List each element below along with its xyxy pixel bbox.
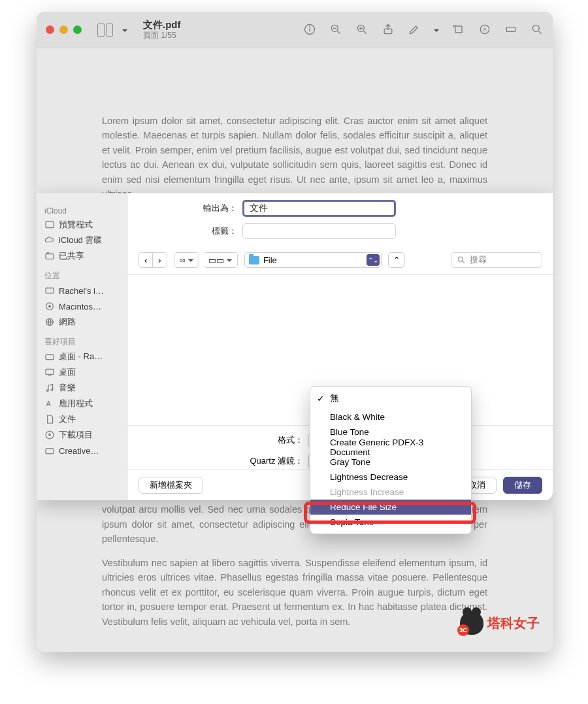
menu-item-reduce[interactable]: Reduce File Size: [310, 500, 471, 515]
svg-rect-18: [46, 254, 54, 259]
close-icon[interactable]: [46, 25, 54, 34]
menu-item-light-inc[interactable]: Lightness Increase: [310, 485, 471, 500]
tags-input[interactable]: [242, 223, 396, 239]
view-group-button[interactable]: ▭▭: [203, 252, 238, 268]
watermark-avatar-icon: 3C: [460, 611, 483, 635]
export-sheet: iCloud 預覽程式 iCloud 雲碟 已共享 位置 Rachel's i……: [37, 193, 553, 500]
sidebar-item-documents[interactable]: 文件: [41, 411, 124, 427]
svg-point-30: [458, 257, 463, 261]
folder-icon: [249, 256, 259, 264]
search-field[interactable]: 搜尋: [451, 252, 542, 268]
annotate-icon[interactable]: A: [478, 23, 491, 36]
zoom-out-icon[interactable]: [329, 23, 342, 36]
sidebar-item-music[interactable]: 音樂: [41, 380, 124, 396]
page-indicator: 頁面 1/55: [143, 31, 181, 40]
svg-rect-11: [455, 26, 462, 33]
search-icon[interactable]: [531, 23, 544, 36]
sidebar-item-macintosh[interactable]: Macintos…: [41, 298, 124, 314]
search-icon: [457, 255, 466, 264]
svg-rect-19: [46, 288, 54, 293]
svg-point-15: [532, 25, 539, 31]
svg-rect-23: [46, 355, 54, 360]
format-label: 格式：: [139, 434, 308, 446]
rotate-icon[interactable]: [452, 23, 465, 36]
location-popup[interactable]: File ⌃⌄: [244, 252, 382, 268]
sidebar-section-favorites: 喜好項目: [41, 334, 124, 349]
collapse-button[interactable]: ⌃: [388, 252, 405, 268]
app-window: 文件.pdf 頁面 1/55 A Lorem ipsum dolor sit a…: [37, 12, 553, 652]
minimize-icon[interactable]: [59, 25, 68, 34]
svg-point-26: [51, 389, 53, 391]
save-sidebar: iCloud 預覽程式 iCloud 雲碟 已共享 位置 Rachel's i……: [37, 193, 128, 500]
titlebar: 文件.pdf 頁面 1/55 A: [37, 12, 553, 48]
view-icons-button[interactable]: ▫▫: [174, 252, 199, 268]
sidebar-item-creative[interactable]: Creative…: [41, 443, 124, 458]
svg-text:A: A: [46, 400, 52, 408]
watermark: 3C 塔科女子: [460, 611, 540, 635]
tags-label: 標籤：: [128, 225, 242, 237]
location-toolbar: ‹ › ▫▫ ▭▭ File ⌃⌄ ⌃ 搜尋: [128, 246, 553, 275]
save-button[interactable]: 儲存: [503, 477, 542, 494]
menu-item-none[interactable]: ✓無: [310, 391, 471, 406]
quartz-filter-menu: ✓無 Black & White Blue Tone Create Generi…: [310, 386, 472, 534]
menu-item-bw[interactable]: Black & White: [310, 409, 471, 424]
sidebar-item-icloud-drive[interactable]: iCloud 雲碟: [41, 232, 124, 248]
sidebar-item-shared[interactable]: 已共享: [41, 248, 124, 264]
watermark-text: 塔科女子: [487, 615, 540, 632]
sidebar-section-icloud: iCloud: [41, 204, 124, 217]
svg-rect-29: [46, 449, 54, 454]
svg-text:A: A: [483, 26, 487, 33]
sidebar-item-apps[interactable]: A應用程式: [41, 396, 124, 411]
new-folder-button[interactable]: 新增檔案夾: [139, 477, 203, 494]
zoom-in-icon[interactable]: [355, 23, 368, 36]
svg-rect-14: [506, 27, 515, 32]
svg-point-25: [46, 390, 48, 392]
updown-icon: ⌃⌄: [367, 254, 380, 266]
svg-point-21: [49, 306, 51, 308]
quartz-filter-label: Quartz 濾鏡：: [139, 455, 308, 467]
document-title: 文件.pdf 頁面 1/55: [143, 19, 181, 41]
svg-line-31: [463, 261, 465, 263]
window-controls: [46, 25, 82, 34]
chevron-down-icon[interactable]: [434, 23, 439, 37]
svg-point-2: [310, 26, 310, 27]
chevron-down-icon[interactable]: [122, 24, 127, 36]
svg-line-16: [539, 31, 542, 34]
sidebar-toggle-button[interactable]: [97, 24, 113, 37]
save-main: 輸出為： 標籤： ‹ › ▫▫ ▭▭ File ⌃⌄: [128, 193, 553, 500]
menu-item-pdfx[interactable]: Create Generic PDFX-3 Document: [310, 440, 471, 455]
menu-item-sepia[interactable]: Sepia Tone: [310, 515, 471, 530]
filename-input[interactable]: [242, 200, 396, 217]
export-as-label: 輸出為：: [128, 202, 242, 214]
zoom-icon[interactable]: [73, 25, 82, 34]
filename-label: 文件.pdf: [143, 19, 181, 31]
back-button[interactable]: ‹: [139, 252, 153, 268]
svg-rect-24: [46, 369, 54, 374]
sidebar-item-preview[interactable]: 預覽程式: [41, 217, 124, 232]
menu-item-light-dec[interactable]: Lightness Decrease: [310, 470, 471, 485]
sidebar-item-rachels[interactable]: Rachel's i…: [41, 283, 124, 298]
sidebar-item-desktop[interactable]: 桌面: [41, 364, 124, 380]
markup-icon[interactable]: [408, 23, 421, 36]
highlight-icon[interactable]: [504, 23, 517, 36]
menu-item-gray[interactable]: Gray Tone: [310, 455, 471, 470]
sidebar-item-desktop-ra[interactable]: 桌面 - Ra…: [41, 349, 124, 364]
forward-button[interactable]: ›: [153, 252, 167, 268]
sidebar-item-downloads[interactable]: 下載項目: [41, 427, 124, 443]
sidebar-section-locations: 位置: [41, 268, 124, 283]
info-icon[interactable]: [303, 23, 316, 36]
sidebar-item-network[interactable]: 網路: [41, 314, 124, 330]
svg-line-4: [338, 31, 340, 34]
svg-line-7: [364, 31, 367, 34]
svg-rect-17: [46, 221, 54, 227]
share-icon[interactable]: [382, 23, 395, 36]
